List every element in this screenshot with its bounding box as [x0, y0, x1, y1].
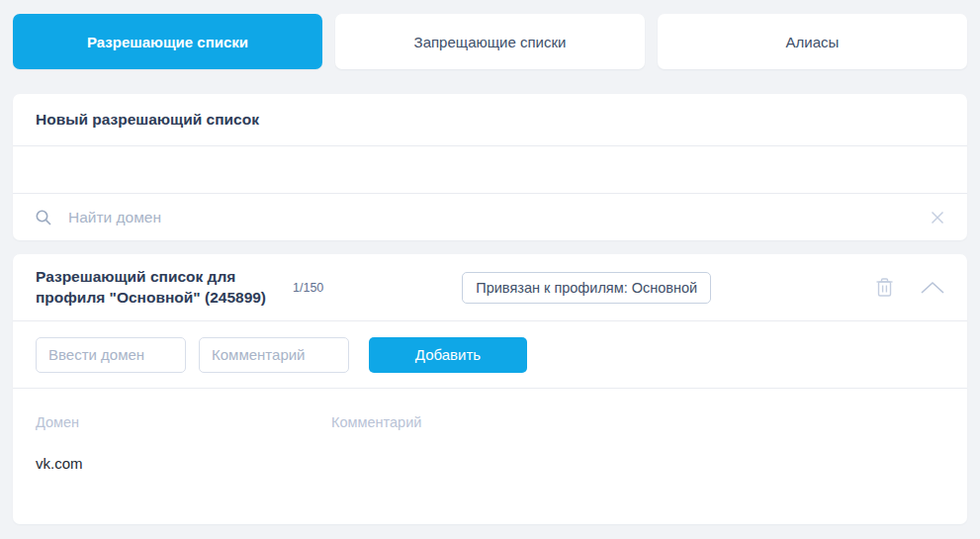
add-domain-button[interactable]: Добавить: [369, 337, 527, 373]
header-comment: Комментарий: [331, 414, 944, 430]
header-actions: [875, 277, 945, 298]
table-row: vk.com: [36, 455, 944, 472]
domain-search-row: [13, 194, 967, 240]
domain-input[interactable]: [36, 337, 186, 373]
new-list-title: Новый разрешающий список: [13, 94, 967, 146]
new-list-card: Новый разрешающий список: [13, 94, 967, 240]
profile-binding-field[interactable]: Привязан к профилям: Основной: [462, 272, 711, 304]
list-header: Разрешающий список для профиля "Основной…: [13, 254, 967, 321]
tab-allow-lists[interactable]: Разрешающие списки: [13, 14, 322, 69]
domain-table-header: Домен Комментарий: [36, 389, 944, 430]
close-icon[interactable]: [930, 210, 945, 225]
trash-icon: [875, 277, 894, 298]
domain-table: Домен Комментарий vk.com: [13, 389, 967, 472]
header-domain: Домен: [36, 414, 331, 430]
search-icon: [35, 209, 52, 226]
search-input[interactable]: [68, 209, 930, 226]
list-title: Разрешающий список для профиля "Основной…: [36, 267, 285, 309]
collapse-list-button[interactable]: [920, 281, 945, 295]
allow-list-card: Разрешающий список для профиля "Основной…: [13, 254, 967, 524]
domain-cell: vk.com: [36, 455, 331, 472]
chevron-up-icon: [920, 281, 945, 295]
add-domain-row: Добавить: [13, 321, 967, 389]
tab-aliases[interactable]: Алиасы: [658, 14, 967, 69]
page: Разрешающие списки Запрещающие списки Ал…: [0, 0, 980, 524]
tab-bar: Разрешающие списки Запрещающие списки Ал…: [13, 14, 967, 69]
domain-counter: 1/150: [293, 281, 323, 295]
comment-cell: [331, 455, 944, 472]
domain-table-body: vk.com: [36, 455, 944, 472]
tab-deny-lists[interactable]: Запрещающие списки: [335, 14, 645, 69]
comment-input[interactable]: [199, 337, 349, 373]
delete-list-button[interactable]: [875, 277, 894, 298]
new-list-empty-area: [13, 146, 967, 194]
